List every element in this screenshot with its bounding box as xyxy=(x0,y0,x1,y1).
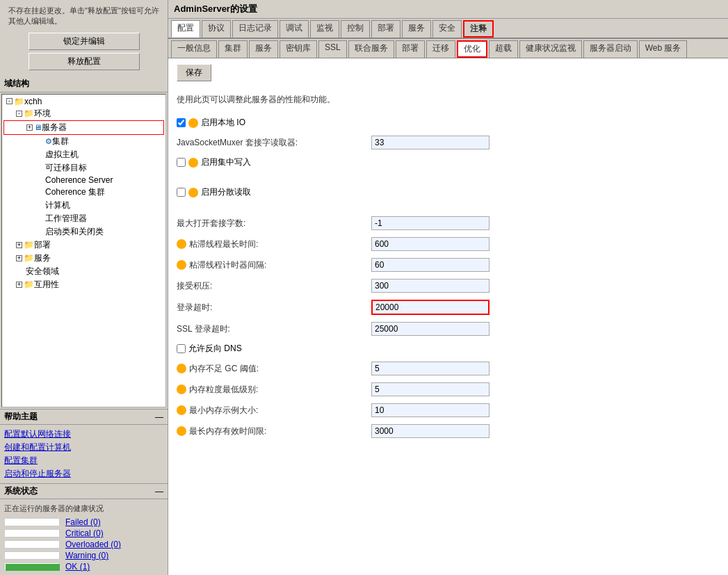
status-link-failed[interactable]: Failed (0) xyxy=(65,517,101,527)
domain-section: 域结构 - 📁 xchh - 📁 环境 + 🖥 服务器 xyxy=(0,76,168,409)
expand-icon-deploy[interactable]: + xyxy=(16,242,22,248)
sub-tab-health[interactable]: 健康状况监视 xyxy=(519,40,582,58)
tree-item-servers[interactable]: + 🖥 服务器 xyxy=(3,120,164,135)
status-link-warning[interactable]: Warning (0) xyxy=(65,551,108,560)
tree-item-deploy[interactable]: + 📁 部署 xyxy=(3,238,164,252)
login-timeout-group: 登录超时: xyxy=(177,300,720,315)
expand-icon-env[interactable]: - xyxy=(16,111,22,117)
save-button[interactable]: 保存 xyxy=(177,64,211,81)
status-bar-overloaded-container xyxy=(4,540,60,549)
expand-icon-interop[interactable]: + xyxy=(16,282,22,288)
help-link-3[interactable]: 配置集群 xyxy=(4,454,163,467)
low-memory-gc-group: 内存不足 GC 阈值: xyxy=(177,362,720,375)
status-link-critical[interactable]: Critical (0) xyxy=(65,528,104,538)
tab-security[interactable]: 安全 xyxy=(432,20,462,38)
min-memory-instance-label: 最小内存示例大小: xyxy=(177,405,371,416)
tab-logging[interactable]: 日志记录 xyxy=(232,20,278,38)
lock-edit-button[interactable]: 锁定并编辑 xyxy=(29,33,140,50)
low-memory-gc-input[interactable] xyxy=(371,362,490,375)
tree-item-migrate[interactable]: 可迁移目标 xyxy=(3,161,164,175)
domain-tree[interactable]: - 📁 xchh - 📁 环境 + 🖥 服务器 xyxy=(1,94,166,407)
low-memory-gc-label: 内存不足 GC 阈值: xyxy=(177,363,371,375)
tree-item-root[interactable]: - 📁 xchh xyxy=(3,96,164,107)
tab-control[interactable]: 控制 xyxy=(341,20,370,38)
java-socket-input[interactable] xyxy=(371,136,490,149)
expand-icon-services[interactable]: + xyxy=(16,255,22,261)
tab-services[interactable]: 服务 xyxy=(402,20,431,38)
reverse-dns-checkbox[interactable] xyxy=(177,344,186,353)
stuck-thread-max-label: 粘滞线程最长时间: xyxy=(177,238,371,250)
tree-item-security[interactable]: 安全领域 xyxy=(3,265,164,278)
tree-item-workmanager[interactable]: 工作管理器 xyxy=(3,212,164,225)
sub-tab-cluster[interactable]: 集群 xyxy=(218,40,248,58)
form-description: 使用此页可以调整此服务器的性能和功能。 xyxy=(177,94,720,106)
tree-item-interop[interactable]: + 📁 互用性 xyxy=(3,278,164,291)
accept-backlog-group: 接受积压: xyxy=(177,279,720,293)
tree-item-computers[interactable]: 计算机 xyxy=(3,199,164,212)
low-memory-gc-icon xyxy=(177,364,186,373)
help-collapse-icon[interactable]: — xyxy=(155,412,163,422)
tree-item-coherence-cluster[interactable]: Coherence 集群 xyxy=(3,186,164,199)
sub-tab-overload[interactable]: 超载 xyxy=(489,40,518,58)
sub-tab-services[interactable]: 服务 xyxy=(249,40,278,58)
sub-tab-general[interactable]: 一般信息 xyxy=(171,40,217,58)
cluster-icon: ⚙ xyxy=(45,137,52,146)
content-header: AdminServer的设置 xyxy=(168,0,728,19)
max-memory-time-icon xyxy=(177,426,186,436)
memory-granularity-icon xyxy=(177,384,186,394)
folder-icon-interop: 📁 xyxy=(24,280,34,289)
tree-item-env[interactable]: - 📁 环境 xyxy=(3,107,164,120)
max-memory-time-input[interactable] xyxy=(371,424,490,438)
tree-label-interop: 互用性 xyxy=(34,279,59,291)
scattered-read-checkbox[interactable] xyxy=(177,188,186,197)
sub-tab-migrate[interactable]: 迁移 xyxy=(426,40,455,58)
expand-icon-servers[interactable]: + xyxy=(26,124,33,131)
memory-granularity-input[interactable] xyxy=(371,382,490,396)
stuck-thread-interval-input[interactable] xyxy=(371,258,490,272)
help-header: 帮助主题 — xyxy=(0,410,168,425)
stuck-thread-interval-label: 粘滞线程计时器间隔: xyxy=(177,259,371,271)
tab-protocol[interactable]: 协议 xyxy=(202,20,231,38)
sub-tab-server-start[interactable]: 服务器启动 xyxy=(583,40,638,58)
tab-config[interactable]: 配置 xyxy=(171,20,200,38)
tree-item-services[interactable]: + 📁 服务 xyxy=(3,252,164,265)
tab-debug[interactable]: 调试 xyxy=(280,20,309,38)
stuck-thread-max-input[interactable] xyxy=(371,237,490,251)
status-link-overloaded[interactable]: Overloaded (0) xyxy=(65,540,121,549)
sub-tab-federated[interactable]: 联合服务 xyxy=(348,40,394,58)
java-socket-label: JavaSocketMuxer 套接字读取器: xyxy=(177,137,371,149)
sub-tab-keystore[interactable]: 密钥库 xyxy=(280,40,317,58)
tree-item-clusters[interactable]: ⚙ 集群 xyxy=(3,135,164,148)
help-link-1[interactable]: 配置默认网络连接 xyxy=(4,428,163,441)
status-link-ok[interactable]: OK (1) xyxy=(65,562,90,572)
expand-icon[interactable]: - xyxy=(6,98,13,104)
release-config-button[interactable]: 释放配置 xyxy=(29,53,140,70)
tree-label-security: 安全领域 xyxy=(26,266,59,277)
sub-tab-web-services[interactable]: Web 服务 xyxy=(639,40,688,58)
help-link-4[interactable]: 启动和停止服务器 xyxy=(4,467,163,480)
max-open-sockets-input[interactable] xyxy=(371,216,490,230)
tree-item-startup[interactable]: 启动类和关闭类 xyxy=(3,225,164,238)
accept-backlog-input[interactable] xyxy=(371,279,490,293)
tab-notes[interactable]: 注释 xyxy=(463,20,494,38)
min-memory-instance-input[interactable] xyxy=(371,403,490,417)
sub-tab-optimize[interactable]: 优化 xyxy=(457,40,487,58)
tree-label-coherence-server: Coherence Server xyxy=(45,175,113,185)
local-io-checkbox[interactable] xyxy=(177,118,186,127)
sub-tab-deploy[interactable]: 部署 xyxy=(396,40,425,58)
centralized-write-checkbox[interactable] xyxy=(177,158,186,167)
ssl-login-timeout-input[interactable] xyxy=(371,322,490,336)
tab-monitor[interactable]: 监视 xyxy=(310,20,339,38)
status-collapse-icon[interactable]: — xyxy=(155,487,163,496)
tree-item-coherence-server[interactable]: Coherence Server xyxy=(3,175,164,186)
domain-title: 域结构 xyxy=(0,76,168,92)
sub-tab-ssl[interactable]: SSL xyxy=(318,40,347,58)
tree-label-startup: 启动类和关闭类 xyxy=(45,226,104,238)
tree-item-vhosts[interactable]: 虚拟主机 xyxy=(3,148,164,161)
tree-label-coherence-cluster: Coherence 集群 xyxy=(45,186,105,198)
login-timeout-input[interactable] xyxy=(371,300,490,315)
min-memory-instance-icon xyxy=(177,405,186,415)
tab-deploy[interactable]: 部署 xyxy=(371,20,401,38)
stuck-thread-max-icon xyxy=(177,239,186,249)
help-link-2[interactable]: 创建和配置计算机 xyxy=(4,441,163,454)
